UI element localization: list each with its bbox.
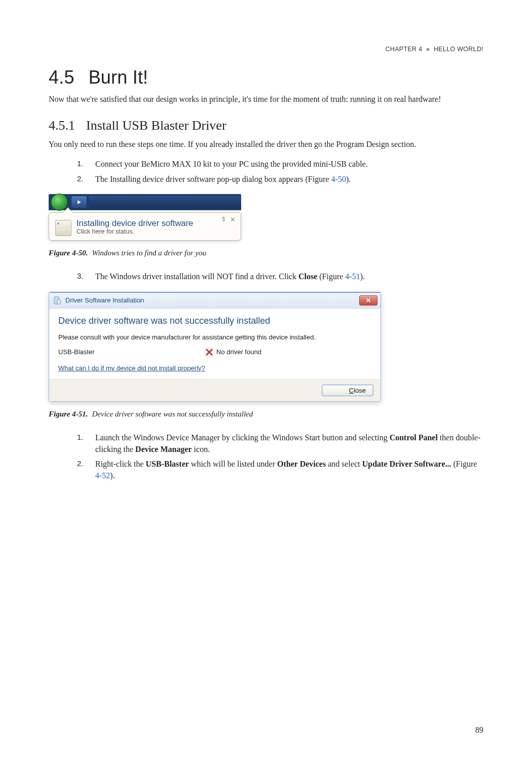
dialog-close-button[interactable]: ✕ xyxy=(359,295,377,306)
step-number: 1. xyxy=(77,158,84,169)
steps-list-b: 3. The Windows driver installation will … xyxy=(77,271,483,282)
bold-text: Close xyxy=(298,272,317,281)
subsection-number: 4.5.1 xyxy=(49,118,75,133)
intro-paragraph: Now that we're satisfied that our design… xyxy=(49,93,483,105)
close-accelerator: C xyxy=(349,387,354,394)
windows-taskbar xyxy=(49,194,241,210)
step-text: The Installing device driver software po… xyxy=(95,175,331,183)
list-item: 2. Right-click the USB-Blaster which wil… xyxy=(77,458,483,481)
step-text: and select xyxy=(326,460,362,468)
chapter-label: Chapter 4 xyxy=(386,46,423,53)
subsection-intro: You only need to run these steps one tim… xyxy=(49,138,483,150)
step-text: Right-click the xyxy=(95,460,146,468)
close-button[interactable]: Close xyxy=(322,385,373,396)
figure-ref-451[interactable]: 4-51 xyxy=(345,272,360,281)
dialog-titlebar: Driver Software Installation ✕ xyxy=(49,293,381,309)
figure-450-caption: Figure 4-50.Windows tries to find a driv… xyxy=(49,249,483,257)
running-header: Chapter 4 ■ Hello World! xyxy=(49,46,483,53)
step-text: (Figure xyxy=(451,460,477,468)
svg-rect-2 xyxy=(57,299,60,304)
section-number: 4.5 xyxy=(49,67,74,88)
bold-text: Control Panel xyxy=(390,433,438,442)
subsection-heading: 4.5.1Install USB Blaster Driver xyxy=(49,118,483,133)
caption-label: Figure 4-50. xyxy=(49,249,88,257)
close-label-rest: lose xyxy=(354,387,366,394)
caption-label: Figure 4-51. xyxy=(49,410,88,418)
page-number: 89 xyxy=(475,726,483,735)
step-text: (Figure xyxy=(317,272,345,281)
header-separator: ■ xyxy=(426,46,430,52)
step-text: Connect your BeMicro MAX 10 kit to your … xyxy=(95,160,368,168)
step-text: The Windows driver installation will NOT… xyxy=(95,272,298,281)
close-icon[interactable]: ✕ xyxy=(230,216,236,223)
balloon-subtitle: Click here for status. xyxy=(77,228,234,235)
driver-install-dialog: Driver Software Installation ✕ Device dr… xyxy=(49,292,381,402)
dialog-title: Driver Software Installation xyxy=(65,296,359,304)
error-x-icon xyxy=(205,348,213,356)
step-number: 2. xyxy=(77,458,84,469)
device-status: No driver found xyxy=(216,348,261,356)
subsection-title: Install USB Blaster Driver xyxy=(86,118,226,133)
figure-451-caption: Figure 4-51.Device driver software was n… xyxy=(49,410,483,419)
step-text: ). xyxy=(346,175,351,183)
dialog-headline: Device driver software was not successfu… xyxy=(58,316,371,326)
steps-list-c: 1. Launch the Windows Device Manager by … xyxy=(77,432,483,482)
help-link[interactable]: What can I do if my device did not insta… xyxy=(58,364,205,372)
dialog-body: Device driver software was not successfu… xyxy=(49,309,381,379)
step-number: 2. xyxy=(77,173,84,184)
figure-ref-450[interactable]: 4-50 xyxy=(331,175,346,183)
step-text: Launch the Windows Device Manager by cli… xyxy=(95,433,390,442)
section-title: Burn It! xyxy=(89,67,148,88)
device-status-row: USB-Blaster No driver found xyxy=(58,348,371,356)
section-heading: 4.5Burn It! xyxy=(49,67,483,88)
step-text: ). xyxy=(360,272,365,281)
figure-ref-452[interactable]: 4-52 xyxy=(95,471,110,480)
steps-list-a: 1. Connect your BeMicro MAX 10 kit to yo… xyxy=(77,158,483,184)
step-number: 3. xyxy=(77,271,84,282)
notification-balloon[interactable]: ✎ ✕ Installing device driver software Cl… xyxy=(49,212,241,241)
play-icon xyxy=(76,199,82,205)
list-item: 1. Connect your BeMicro MAX 10 kit to yo… xyxy=(77,158,483,170)
step-text: ). xyxy=(110,471,115,480)
list-item: 2. The Installing device driver software… xyxy=(77,173,483,185)
dialog-icon xyxy=(53,296,61,305)
balloon-title: Installing device driver software xyxy=(77,218,234,229)
step-number: 1. xyxy=(77,432,84,443)
step-text: icon. xyxy=(192,445,210,453)
list-item: 3. The Windows driver installation will … xyxy=(77,271,483,282)
close-x-icon: ✕ xyxy=(366,297,371,304)
bold-text: USB-Blaster xyxy=(146,460,189,468)
dialog-message: Please consult with your device manufact… xyxy=(58,333,371,341)
device-icon xyxy=(55,220,71,236)
bold-text: Update Driver Software... xyxy=(362,460,451,468)
bold-text: Other Devices xyxy=(277,460,326,468)
list-item: 1. Launch the Windows Device Manager by … xyxy=(77,432,483,455)
step-text: which will be listed under xyxy=(189,460,277,468)
taskbar-button[interactable] xyxy=(71,196,87,209)
chapter-title: Hello World! xyxy=(434,46,483,53)
svg-marker-0 xyxy=(78,200,81,204)
figure-450: ✎ ✕ Installing device driver software Cl… xyxy=(49,194,241,241)
caption-text: Device driver software was not successfu… xyxy=(92,410,253,418)
taskbar-area xyxy=(89,196,241,209)
dialog-footer: Close xyxy=(49,379,381,401)
caption-text: Windows tries to find a driver for you xyxy=(92,249,206,257)
bold-text: Device Manager xyxy=(135,445,192,453)
device-name: USB-Blaster xyxy=(58,348,205,356)
